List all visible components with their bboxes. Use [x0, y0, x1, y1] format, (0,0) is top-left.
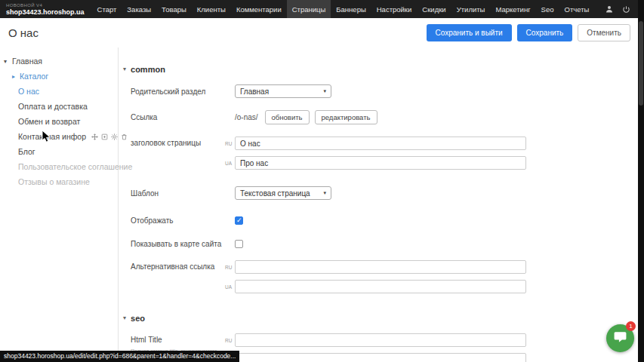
menu-item-reports[interactable]: Отчеты — [559, 0, 595, 18]
field-label: Показывать в карте сайта — [131, 240, 235, 248]
sidebar-item-label: Оплата и доставка — [18, 102, 88, 111]
link-value: /o-nas/ — [235, 113, 258, 121]
seo-section-header[interactable]: ▾ seo — [123, 313, 644, 323]
sidebar-item-label: О нас — [18, 87, 39, 96]
update-link-button[interactable]: обновить — [265, 110, 310, 124]
page-title: О нас — [8, 26, 39, 39]
menu-item-banners[interactable]: Баннеры — [331, 0, 371, 18]
sitemap-checkbox[interactable] — [235, 240, 243, 248]
section-title: common — [131, 65, 165, 74]
lang-ua-tag: UA — [225, 284, 232, 290]
menu-item-seo[interactable]: Seo — [536, 0, 559, 18]
select-value: Текстовая страница — [240, 189, 310, 198]
menu-item-comments[interactable]: Комментарии — [231, 0, 287, 18]
display-row: Отображать — [131, 216, 644, 225]
sidebar-item-label: Пользовательское соглашение — [18, 162, 132, 171]
sidebar-item-katalog[interactable]: ▸ Каталог — [0, 69, 118, 84]
menu-item-discounts[interactable]: Скидки — [417, 0, 451, 18]
chevron-right-icon[interactable]: ▸ — [12, 73, 15, 80]
sidebar-item-o-nas[interactable]: О нас — [0, 84, 118, 99]
section-title: seo — [131, 314, 145, 323]
sidebar-item-obmen-i-vozvrat[interactable]: Обмен и возврат — [0, 114, 118, 129]
field-label: Шаблон — [131, 189, 235, 198]
lang-ru-tag: RU — [225, 265, 232, 270]
menu-item-utilities[interactable]: Утилиты — [451, 0, 491, 18]
brand-version: НОВОВНОЙ V4 — [6, 3, 85, 8]
field-label: Альтернативная ссылка — [131, 260, 235, 274]
html-title-ua-input[interactable] — [235, 353, 526, 362]
alt-link-ru-input[interactable] — [235, 260, 526, 274]
sidebar-item-label: Каталог — [20, 72, 48, 81]
sidebar-item-label: Контактная инфор — [18, 132, 86, 141]
template-row: Шаблон Текстовая страница ▾ — [131, 186, 644, 200]
sitemap-row: Показывать в карте сайта — [131, 240, 644, 248]
field-label: Родительский раздел — [131, 87, 235, 96]
common-section-header[interactable]: ▾ common — [123, 64, 644, 74]
menu-item-pages[interactable]: Страницы — [287, 0, 331, 18]
menu-item-start[interactable]: Старт — [92, 0, 122, 18]
sidebar-item-label: Отзывы о магазине — [18, 177, 90, 186]
logout-icon[interactable] — [622, 5, 630, 14]
lang-ua-tag: UA — [225, 161, 232, 166]
lang-ru-tag: RU — [225, 338, 232, 343]
display-checkbox[interactable] — [235, 216, 243, 225]
sidebar-item-blog[interactable]: Блог — [0, 144, 118, 159]
field-label: заголовок страницы — [131, 137, 235, 150]
sidebar-item-kontaktnaya-infor[interactable]: Контактная инфор — [0, 129, 118, 144]
topbar-icons — [605, 5, 630, 14]
page-edit-form: ▾ common Родительский раздел Главная ▾ С… — [119, 48, 644, 362]
chat-badge: 1 — [626, 321, 636, 331]
menu-item-settings[interactable]: Настройки — [371, 0, 418, 18]
save-button[interactable]: Сохранить — [517, 24, 573, 41]
account-icon[interactable] — [605, 5, 614, 14]
chat-widget[interactable]: 1 — [606, 324, 634, 352]
template-select[interactable]: Текстовая страница ▾ — [235, 186, 331, 200]
field-label: Html Title — [131, 333, 227, 347]
app-window: НОВОВНОЙ V4 shop34423.horoshop.ua Старт … — [0, 0, 644, 362]
scrollbar-thumb[interactable] — [639, 21, 643, 106]
chevron-down-icon: ▾ — [323, 88, 326, 94]
lang-ru-tag: RU — [225, 141, 232, 146]
page-header: О нас Сохранить и выйти Сохранить Отмени… — [0, 18, 644, 48]
gear-icon[interactable] — [111, 133, 118, 140]
chevron-down-icon[interactable]: ▾ — [4, 58, 7, 65]
select-value: Главная — [240, 87, 269, 96]
sidebar-item-otzyvy[interactable]: Отзывы о магазине — [0, 174, 118, 189]
parent-section-row: Родительский раздел Главная ▾ — [131, 84, 644, 98]
add-icon[interactable] — [101, 133, 108, 140]
field-label: Отображать — [131, 216, 235, 225]
sidebar-item-label: Блог — [18, 147, 35, 156]
chevron-down-icon: ▾ — [323, 190, 326, 196]
chevron-down-icon: ▾ — [123, 66, 126, 72]
field-label: Ссылка — [131, 113, 235, 121]
sidebar-item-glavnaya[interactable]: ▾ Главная — [0, 54, 118, 69]
pages-tree-sidebar: ▾ Главная ▸ Каталог О нас Оплата и доста… — [0, 48, 119, 362]
move-icon[interactable] — [91, 133, 98, 140]
html-title-ru-input[interactable] — [235, 333, 526, 347]
alt-link-row: Альтернативная ссылка RU UA — [131, 260, 644, 293]
brand[interactable]: НОВОВНОЙ V4 shop34423.horoshop.ua — [0, 2, 92, 17]
topbar: НОВОВНОЙ V4 shop34423.horoshop.ua Старт … — [0, 0, 644, 18]
menu-item-products[interactable]: Товары — [156, 0, 192, 18]
header-actions: Сохранить и выйти Сохранить Отменить — [427, 24, 631, 41]
save-exit-button[interactable]: Сохранить и выйти — [427, 24, 512, 41]
link-row: Ссылка /o-nas/ обновить редактировать — [131, 110, 644, 124]
edit-link-button[interactable]: редактировать — [315, 110, 377, 124]
sidebar-item-label: Главная — [12, 57, 42, 66]
sidebar-item-soglashenie[interactable]: Пользовательское соглашение — [0, 159, 118, 174]
page-title-ru-input[interactable] — [235, 137, 526, 150]
page-title-ua-input[interactable] — [235, 156, 526, 170]
cancel-button[interactable]: Отменить — [578, 24, 630, 41]
parent-section-select[interactable]: Главная ▾ — [235, 84, 331, 98]
menu-item-clients[interactable]: Клиенты — [192, 0, 231, 18]
main-menu: Старт Заказы Товары Клиенты Комментарии … — [92, 0, 595, 18]
page-title-row: заголовок страницы RU UA — [131, 137, 644, 170]
page-scrollbar[interactable] — [638, 0, 644, 362]
menu-item-marketing[interactable]: Маркетинг — [490, 0, 535, 18]
sidebar-item-oplata-i-dostavka[interactable]: Оплата и доставка — [0, 99, 118, 114]
chevron-down-icon: ▾ — [123, 314, 126, 321]
alt-link-ua-input[interactable] — [235, 280, 526, 293]
chat-bubble-icon — [613, 330, 627, 347]
menu-item-orders[interactable]: Заказы — [122, 0, 156, 18]
body-row: ▾ Главная ▸ Каталог О нас Оплата и доста… — [0, 48, 644, 362]
